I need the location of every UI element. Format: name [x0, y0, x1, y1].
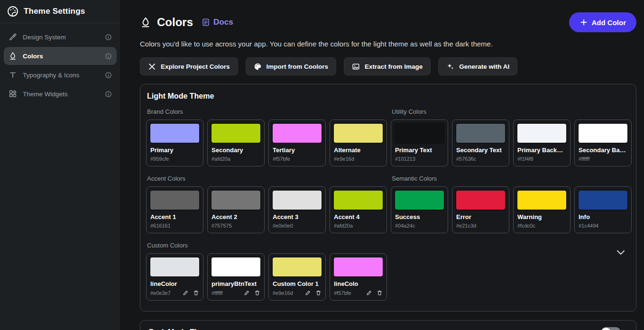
extract-from-image-button[interactable]: Extract from Image	[344, 57, 431, 75]
color-footer: #04a24c	[395, 223, 444, 229]
info-icon[interactable]	[105, 53, 112, 60]
edit-color-icon[interactable]	[183, 290, 189, 296]
add-color-button[interactable]: Add Color	[569, 12, 637, 32]
edit-color-icon[interactable]	[244, 290, 250, 296]
color-swatch[interactable]	[272, 257, 322, 277]
color-card[interactable]: Accent 4 #afd20a	[330, 186, 387, 233]
design-system-icon	[9, 33, 17, 41]
explore-project-colors-button[interactable]: Explore Project Colors	[140, 57, 238, 75]
color-swatch[interactable]	[394, 123, 445, 144]
color-swatch[interactable]	[455, 190, 506, 211]
generate-with-ai-button[interactable]: Generate with AI	[438, 57, 517, 75]
app-logo-palette-icon	[7, 5, 19, 18]
color-card[interactable]: Tertiary #f57bfe	[268, 119, 326, 166]
color-hex: #757575	[212, 223, 232, 229]
color-swatch[interactable]	[333, 190, 384, 211]
color-card[interactable]: Alternate #e9e16d	[330, 119, 387, 166]
delete-color-icon[interactable]	[193, 290, 199, 296]
color-card[interactable]: Info #1c4494	[574, 186, 632, 233]
color-group: Brand Colors Primary #959cfe Secondary #…	[146, 108, 387, 166]
sidebar-item-colors[interactable]: Colors	[4, 47, 117, 65]
color-hex: #e21c3d	[456, 223, 476, 229]
color-card[interactable]: primaryBtnText #ffffff	[207, 253, 265, 301]
color-hex: #1c4494	[579, 223, 598, 229]
info-icon[interactable]	[105, 72, 112, 79]
docs-link[interactable]: Docs	[202, 18, 233, 27]
color-footer: #ffffff	[212, 290, 260, 296]
color-card[interactable]: Success #04a24c	[391, 186, 448, 233]
import-from-coolors-button[interactable]: Import from Coolors	[246, 57, 337, 75]
color-card[interactable]: lineColo #f57bfe	[330, 253, 387, 301]
ai-sparkles-icon	[446, 63, 454, 71]
color-card[interactable]: Primary Text #101213	[391, 119, 448, 166]
card-actions	[305, 290, 322, 296]
color-footer: #757575	[212, 223, 260, 229]
dark-mode-toggle[interactable]	[601, 327, 621, 330]
sidebar-item-label: Colors	[23, 53, 43, 60]
color-footer: #1c4494	[579, 223, 627, 229]
color-card[interactable]: Accent 2 #757575	[207, 186, 265, 233]
sidebar-item-design-system[interactable]: Design System	[4, 28, 117, 46]
app-title: Theme Settings	[24, 7, 85, 16]
info-icon[interactable]	[105, 34, 112, 41]
color-hex: #fcdc0c	[517, 223, 535, 229]
color-card[interactable]: Secondary Background #ffffff	[574, 119, 632, 166]
delete-color-icon[interactable]	[254, 290, 260, 296]
info-icon[interactable]	[105, 91, 112, 98]
color-name: lineColo	[334, 280, 383, 287]
card-actions	[366, 290, 383, 296]
sidebar-item-typography[interactable]: Typography & Icons	[4, 66, 117, 84]
explore-project-colors-label: Explore Project Colors	[161, 63, 230, 70]
edit-color-icon[interactable]	[305, 290, 311, 296]
color-name: Accent 4	[334, 213, 383, 220]
edit-color-icon[interactable]	[366, 290, 372, 296]
color-swatch[interactable]	[211, 190, 261, 211]
sidebar: Theme Settings Design System	[0, 0, 121, 330]
page-header: Colors Docs Add Color	[140, 12, 636, 32]
color-swatch[interactable]	[333, 123, 384, 144]
color-swatch[interactable]	[394, 190, 445, 211]
group-title: Accent Colors	[147, 175, 387, 182]
color-card[interactable]: Primary Background #f1f4f8	[513, 119, 570, 166]
color-swatch[interactable]	[578, 190, 628, 211]
color-card[interactable]: Secondary Text #57636c	[452, 119, 509, 166]
color-swatch[interactable]	[272, 190, 322, 211]
toggle-knob	[601, 328, 611, 330]
color-card[interactable]: Error #e21c3d	[452, 186, 509, 233]
sidebar-item-theme-widgets[interactable]: Theme Widgets	[4, 85, 117, 103]
color-swatch[interactable]	[333, 257, 384, 277]
color-footer: #f57bfe	[334, 290, 383, 296]
color-name: Primary Text	[395, 147, 444, 154]
import-from-coolors-label: Import from Coolors	[267, 63, 329, 70]
color-name: Tertiary	[273, 147, 322, 154]
color-swatch[interactable]	[578, 123, 628, 144]
card-actions	[244, 290, 260, 296]
color-name: Primary	[150, 147, 199, 154]
color-card[interactable]: Secondary #afd20a	[207, 119, 265, 166]
delete-color-icon[interactable]	[377, 290, 383, 296]
color-card[interactable]: Custom Color 1 #e9e16d	[268, 253, 326, 301]
sidebar-header: Theme Settings	[0, 0, 120, 23]
color-swatch[interactable]	[149, 190, 200, 211]
delete-color-icon[interactable]	[315, 290, 322, 296]
color-swatch[interactable]	[455, 123, 506, 144]
collapse-chevron-icon[interactable]	[615, 247, 626, 258]
color-swatch[interactable]	[272, 123, 322, 144]
color-footer: #afd20a	[334, 223, 383, 229]
color-swatch[interactable]	[516, 190, 567, 211]
color-swatch[interactable]	[149, 257, 200, 277]
color-swatch[interactable]	[211, 257, 261, 277]
color-card[interactable]: Accent 3 #e0e0e0	[268, 186, 326, 233]
color-card[interactable]: Accent 1 #616161	[146, 186, 203, 233]
color-swatch[interactable]	[149, 123, 200, 144]
color-card[interactable]: Primary #959cfe	[146, 119, 203, 166]
color-hex: #afd20a	[334, 223, 353, 229]
color-name: Info	[579, 213, 627, 220]
color-card[interactable]: lineColor #e0e3e7	[146, 253, 203, 301]
page-title: Colors	[157, 16, 193, 29]
color-swatch[interactable]	[516, 123, 567, 144]
color-card[interactable]: Warning #fcdc0c	[513, 186, 570, 233]
color-swatch[interactable]	[211, 123, 261, 144]
color-hex: #ffffff	[579, 156, 589, 162]
dark-mode-theme-panel: Dark Mode Theme	[140, 320, 636, 330]
